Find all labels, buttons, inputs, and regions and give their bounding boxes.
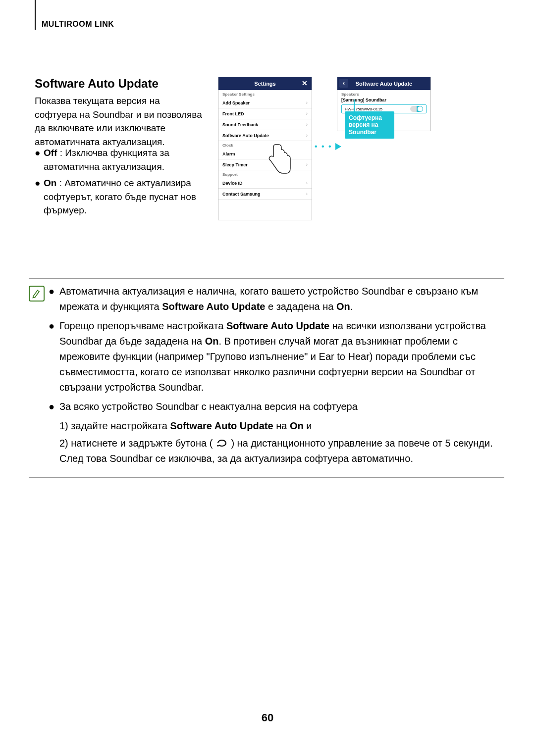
note-text: 2) натиснете и задръжте бутона ( xyxy=(59,438,215,449)
note-text: За всяко устройство Soundbar с неактуалн… xyxy=(59,399,358,414)
settings-section-clock: Clock xyxy=(218,141,312,149)
chevron-right-icon: › xyxy=(306,191,308,197)
repeat-icon xyxy=(215,437,228,447)
note-text: е зададена на xyxy=(265,301,336,312)
note-text: . xyxy=(350,301,353,312)
settings-titlebar: Settings ✕ xyxy=(218,77,312,90)
chevron-right-icon: › xyxy=(306,122,308,127)
note-text: Горещо препоръчваме настройката xyxy=(59,320,226,331)
intro-paragraph: Показва текущата версия на софтуера на S… xyxy=(35,94,203,149)
settings-phone: Settings ✕ Speaker Settings Add Speaker›… xyxy=(218,77,312,220)
note-bullet-2: ● Горещо препоръчваме настройката Softwa… xyxy=(49,318,504,395)
note-step-1: 1) задайте настройката Software Auto Upd… xyxy=(49,418,504,434)
option-on-text: : Автоматично се актуализира софтуерът, … xyxy=(44,178,196,215)
option-off: ● Off : Изключва функцията за автоматичн… xyxy=(35,146,208,173)
note-text-bold: On xyxy=(205,336,219,347)
chevron-right-icon: › xyxy=(306,100,308,105)
chevron-right-icon: › xyxy=(306,180,308,186)
settings-row-front-led[interactable]: Front LED› xyxy=(218,108,312,119)
settings-row-label: Add Speaker xyxy=(222,101,250,105)
note-text-bold: Software Auto Update xyxy=(162,301,265,312)
note-step-2: 2) натиснете и задръжте бутона ( ) на ди… xyxy=(49,436,504,466)
option-off-text: : Изключва функцията за автоматична акту… xyxy=(44,148,169,172)
option-off-label: Off xyxy=(44,148,57,158)
update-section-speakers: Speakers xyxy=(337,90,430,98)
page-title: Software Auto Update xyxy=(35,77,159,91)
option-on-label: On xyxy=(44,178,56,188)
note-bullet-3: ● За всяко устройство Soundbar с неактуа… xyxy=(49,399,504,414)
chevron-right-icon: › xyxy=(306,111,308,116)
settings-row-contact-samsung[interactable]: Contact Samsung› xyxy=(218,189,312,200)
note-text: на xyxy=(273,420,290,431)
note-body: ● Автоматична актуализация е налична, ко… xyxy=(49,284,504,468)
settings-row-alarm[interactable]: Alarm xyxy=(218,149,312,159)
note-text-bold: Software Auto Update xyxy=(226,320,329,331)
note-block: ● Автоматична актуализация е налична, ко… xyxy=(29,278,504,478)
settings-row-device-id[interactable]: Device ID› xyxy=(218,178,312,189)
callout-label: Софтуерна версия на Soundbar xyxy=(345,111,394,139)
settings-row-label: Sound Feedback xyxy=(222,122,258,127)
settings-row-label: Front LED xyxy=(222,111,244,116)
settings-title: Settings xyxy=(254,81,275,87)
note-text-bold: On xyxy=(336,301,350,312)
option-on: ● On : Автоматично се актуализира софтуе… xyxy=(35,176,208,217)
note-bullet-1: ● Автоматична актуализация е налична, ко… xyxy=(49,284,504,314)
close-icon[interactable]: ✕ xyxy=(301,79,309,87)
note-text-bold: Software Auto Update xyxy=(170,420,273,431)
settings-row-label: Device ID xyxy=(222,181,243,186)
settings-section-support: Support xyxy=(218,170,312,178)
note-icon xyxy=(29,284,49,468)
option-list: ● Off : Изключва функцията за автоматичн… xyxy=(35,146,208,220)
update-titlebar: ‹ Software Auto Update xyxy=(337,77,430,90)
note-text: 1) задайте настройката xyxy=(59,420,170,431)
settings-row-label: Software Auto Update xyxy=(222,133,269,138)
header-rule xyxy=(35,0,36,30)
settings-section-speaker: Speaker Settings xyxy=(218,90,312,98)
chevron-right-icon: › xyxy=(306,133,308,138)
settings-row-label: Sleep Timer xyxy=(222,162,248,167)
note-text-bold: On xyxy=(290,420,304,431)
update-device-sub: HW-H750WWB-0115 xyxy=(345,107,382,111)
settings-row-software-auto-update[interactable]: Software Auto Update› xyxy=(218,130,312,141)
chevron-right-icon: › xyxy=(306,162,308,167)
note-text: и xyxy=(304,420,312,431)
update-title: Software Auto Update xyxy=(356,81,413,87)
section-tag: MULTIROOM LINK xyxy=(42,20,114,29)
settings-row-sleep-timer[interactable]: Sleep Timer› xyxy=(218,159,312,170)
transition-arrow-icon: • • • xyxy=(315,142,341,151)
page-number: 60 xyxy=(0,711,535,724)
settings-row-label: Alarm xyxy=(222,151,235,156)
settings-row-add-speaker[interactable]: Add Speaker› xyxy=(218,98,312,108)
settings-row-label: Contact Samsung xyxy=(222,192,261,197)
toggle-switch[interactable] xyxy=(410,106,423,112)
update-device-name: [Samsung] Soundbar xyxy=(337,98,430,102)
back-icon[interactable]: ‹ xyxy=(339,79,348,88)
settings-row-sound-feedback[interactable]: Sound Feedback› xyxy=(218,119,312,130)
